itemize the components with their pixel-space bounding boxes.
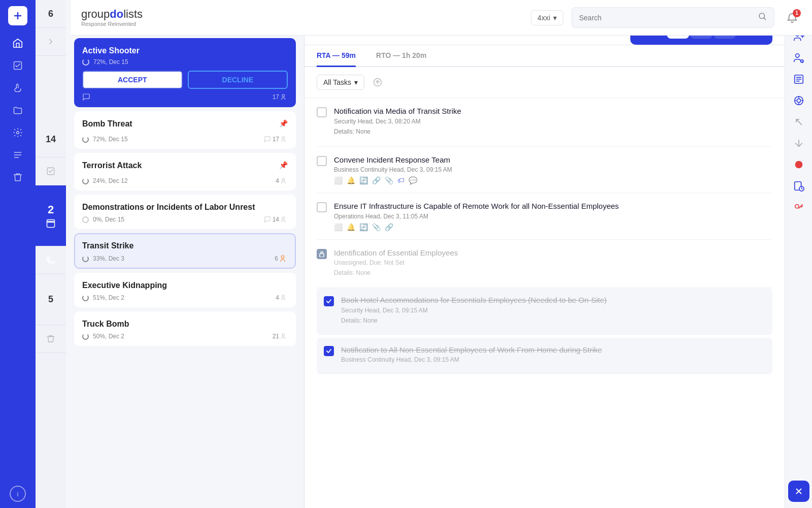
svg-point-24 — [795, 205, 798, 208]
cursor-icon-button[interactable]: ↖ — [790, 113, 808, 131]
accept-button[interactable]: ACCEPT — [82, 71, 183, 89]
info-icon[interactable]: i — [10, 486, 26, 502]
main-detail-area: Transit Strike Started: Dec 3, 10:22 PM … — [304, 0, 785, 508]
paperclip-icon-3[interactable]: 📎 — [372, 223, 381, 231]
add-button[interactable] — [8, 6, 27, 25]
number-2-blue: 2 — [36, 185, 66, 246]
incident-truck-bomb[interactable]: Truck Bomb 50%, Dec 2 21 — [74, 311, 296, 346]
down-arrow-button[interactable] — [790, 134, 808, 152]
task-checkbox-1[interactable] — [317, 107, 327, 117]
task-title-6: Notification to All Non-Essential Employ… — [341, 345, 765, 355]
incident-icons — [82, 93, 90, 101]
bell-icon-3[interactable]: 🔔 — [347, 223, 355, 231]
task-checkbox-2[interactable] — [317, 156, 327, 166]
task-checkbox-6[interactable] — [324, 346, 334, 356]
rta-tab[interactable]: RTA — 59m — [317, 45, 356, 67]
incident-meta-terrorist-attack: 24%, Dec 12 — [82, 177, 128, 184]
task-filter-dropdown[interactable]: All Tasks ▾ — [317, 75, 364, 90]
task-details-5: Details: None — [341, 317, 765, 324]
incident-executive-kidnapping[interactable]: Executive Kidnapping 51%, Dec 2 4 — [74, 273, 296, 307]
icon-checklist[interactable] — [36, 157, 66, 185]
report-clock-button[interactable] — [790, 177, 808, 195]
copy-icon[interactable]: ⬜ — [334, 176, 343, 184]
link-icon-3[interactable]: 🔗 — [385, 223, 393, 231]
task-item: Convene Incident Response Team Business … — [317, 147, 772, 194]
incident-active-shooter[interactable]: Active Shooter 72%, Dec 15 ACCEPT DECLIN… — [74, 38, 296, 107]
task-title-4: Identification of Essential Employees — [334, 248, 772, 258]
incident-footer-terrorist-attack: 24%, Dec 12 4 — [82, 177, 288, 184]
notification-badge: 1 — [793, 9, 801, 17]
task-title-2: Convene Incident Response Team — [334, 155, 772, 165]
task-content-3: Ensure IT Infrastructure is Capable of R… — [334, 201, 772, 231]
search-button[interactable] — [758, 12, 767, 23]
decline-button[interactable]: DECLINE — [188, 71, 288, 89]
bell-icon[interactable]: 🔔 — [347, 176, 355, 184]
target-button[interactable] — [790, 91, 808, 110]
settings-icon[interactable] — [8, 123, 27, 142]
link-icon[interactable]: 🔗 — [372, 176, 381, 184]
incident-title-truck-bomb: Truck Bomb — [82, 320, 288, 329]
phone-icon-cell[interactable] — [36, 246, 66, 274]
refresh-icon-3[interactable]: 🔄 — [359, 223, 368, 231]
incident-footer-truck-bomb: 50%, Dec 2 21 — [82, 333, 288, 340]
record-button[interactable] — [790, 155, 808, 174]
task-item: Notification via Media of Transit Strike… — [317, 98, 772, 147]
incident-bomb-threat[interactable]: Bomb Threat 📌 72%, Dec 15 17 — [74, 111, 296, 149]
count-6: 6 — [48, 9, 53, 19]
search-input[interactable] — [579, 14, 754, 22]
task-meta-5: Security Head, Dec 3, 09:15 AM — [341, 307, 765, 314]
user-count-bomb-threat: 17 — [264, 136, 288, 143]
rta-bar: RTA — 59m RTO — 1h 20m — [304, 45, 785, 67]
key-button[interactable] — [790, 198, 808, 216]
count-2: 2 — [48, 203, 54, 216]
user-search-button[interactable] — [790, 49, 808, 67]
list-icon[interactable] — [8, 145, 27, 165]
folder-icon[interactable] — [8, 101, 27, 120]
incident-meta-active-shooter: 72%, Dec 15 — [82, 58, 288, 66]
rto-tab[interactable]: RTO — 1h 20m — [376, 45, 426, 66]
task-action-icons-3: ⬜ 🔔 🔄 📎 🔗 — [334, 223, 772, 231]
spacer-1 — [36, 56, 66, 122]
svg-point-10 — [282, 334, 285, 336]
count-14: 14 — [46, 134, 56, 145]
copy-icon-3[interactable]: ⬜ — [334, 223, 343, 231]
chat-icon[interactable]: 💬 — [409, 176, 417, 184]
incident-meta-demonstrations: 0%, Dec 15 — [82, 216, 124, 223]
task-details-1: Details: None — [334, 128, 772, 135]
icon-trash2[interactable] — [36, 325, 66, 353]
incident-demonstrations[interactable]: Demonstrations or Incidents of Labor Unr… — [74, 195, 296, 229]
chevron-down-icon-filter: ▾ — [354, 78, 358, 86]
touch-icon[interactable] — [8, 78, 27, 98]
incident-transit-strike[interactable]: Transit Strike 33%, Dec 3 6 — [74, 233, 296, 269]
refresh-icon[interactable]: 🔄 — [359, 176, 368, 184]
close-button[interactable] — [788, 481, 809, 502]
task-checkbox-3[interactable] — [317, 202, 327, 212]
task-item-completed-2: Notification to All Non-Essential Employ… — [317, 338, 772, 374]
task-meta-4: Unassigned, Due: Not Set — [334, 259, 772, 266]
pin-icon-2: 📌 — [279, 161, 288, 169]
incident-actions-active-shooter: ACCEPT DECLINE — [82, 71, 288, 89]
paperclip-icon[interactable]: 📎 — [385, 176, 393, 184]
incident-title-terrorist-attack: Terrorist Attack — [82, 161, 142, 170]
task-content-6: Notification to All Non-Essential Employ… — [341, 345, 765, 367]
incident-title-active-shooter: Active Shooter — [82, 46, 288, 55]
user-count-terrorist-attack: 4 — [276, 177, 288, 184]
incident-footer-active-shooter: 17 — [82, 93, 288, 101]
icon-bar: i — [0, 0, 36, 508]
task-content-2: Convene Incident Response Team Business … — [334, 155, 772, 185]
incident-meta-truck-bomb: 50%, Dec 2 — [82, 333, 124, 340]
icon-collapse[interactable] — [36, 28, 66, 56]
user-count-active-shooter: 17 — [273, 93, 288, 101]
incident-footer-transit-strike: 33%, Dec 3 6 — [82, 255, 288, 263]
task-checkbox-5[interactable] — [324, 296, 334, 306]
incident-terrorist-attack[interactable]: Terrorist Attack 📌 24%, Dec 12 4 — [74, 153, 296, 190]
report-button[interactable] — [790, 70, 808, 88]
home-icon[interactable] — [8, 34, 27, 53]
left-panel: 6 14 — [36, 0, 304, 508]
tag-icon[interactable]: 🏷 — [397, 176, 404, 184]
trash-icon[interactable] — [8, 168, 27, 187]
workspace-selector[interactable]: 4xxi ▾ — [531, 10, 563, 25]
sort-icon[interactable] — [369, 74, 386, 90]
checklist-icon[interactable] — [8, 56, 27, 75]
notification-button[interactable]: 1 — [783, 8, 802, 27]
